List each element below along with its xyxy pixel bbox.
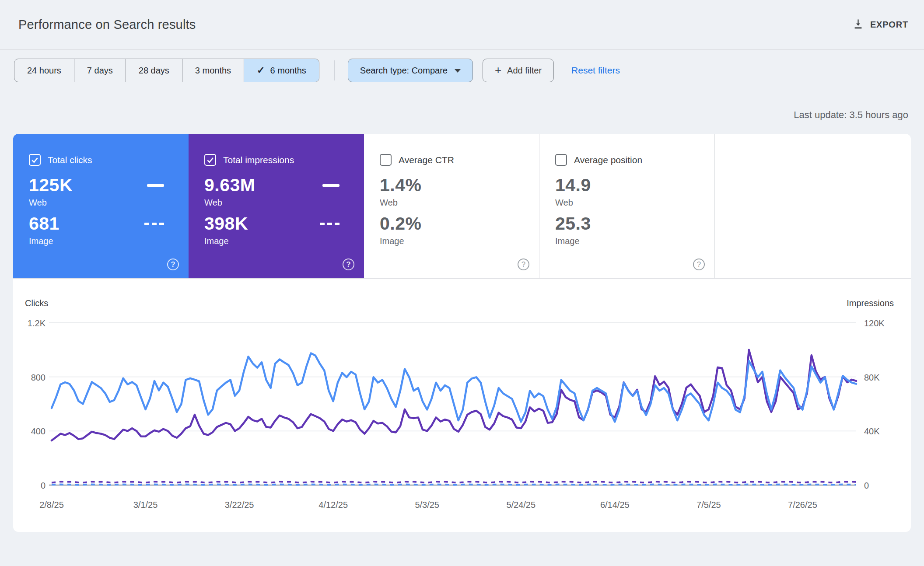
filter-divider xyxy=(334,60,335,80)
dashed-line-indicator xyxy=(320,223,340,225)
metric-unit-image: Image xyxy=(204,236,364,246)
series-web-clicks xyxy=(52,353,856,422)
metric-unit-image: Image xyxy=(380,236,539,246)
chip-label: 6 months xyxy=(270,66,306,76)
series-image-impressions xyxy=(52,482,856,482)
chip-label: 28 days xyxy=(139,66,169,76)
svg-text:40K: 40K xyxy=(864,426,880,436)
metric-value-image: 398K xyxy=(204,215,248,233)
last-update-text: Last update: 3.5 hours ago xyxy=(0,109,908,121)
metric-cards-row: Total clicks 125K Web 681 Image ? Total … xyxy=(13,134,911,279)
card-label: Average CTR xyxy=(399,155,454,165)
help-icon[interactable]: ? xyxy=(693,259,705,270)
metric-value-web: 125K xyxy=(29,176,73,194)
svg-text:7/5/25: 7/5/25 xyxy=(696,500,721,510)
svg-text:2/8/25: 2/8/25 xyxy=(39,500,64,510)
card-average-position[interactable]: Average position 14.9 Web 25.3 Image ? xyxy=(539,134,715,278)
export-label: EXPORT xyxy=(870,20,908,30)
card-total-impressions[interactable]: Total impressions 9.63M Web 398K Image ? xyxy=(189,134,364,278)
metric-value-image: 681 xyxy=(29,215,60,233)
chevron-down-icon xyxy=(455,69,461,73)
performance-chart: 0040040K80080K1.2K120KClicksImpressions2… xyxy=(13,279,911,524)
date-range-6-months[interactable]: ✓ 6 months xyxy=(244,59,319,82)
metric-unit-web: Web xyxy=(380,198,539,208)
svg-text:400: 400 xyxy=(31,426,46,436)
series-web-impressions xyxy=(52,350,856,440)
help-icon[interactable]: ? xyxy=(518,259,529,270)
date-range-24-hours[interactable]: 24 hours xyxy=(14,59,74,82)
svg-text:0: 0 xyxy=(864,481,869,490)
checkmark-icon: ✓ xyxy=(257,65,265,76)
chip-label: 3 months xyxy=(195,66,231,76)
checkbox-checked-icon[interactable] xyxy=(204,154,216,166)
card-label: Total clicks xyxy=(48,155,92,165)
solid-line-indicator xyxy=(322,184,340,187)
reset-filters-link[interactable]: Reset filters xyxy=(571,65,620,76)
svg-text:Impressions: Impressions xyxy=(847,298,894,308)
checkbox-checked-icon[interactable] xyxy=(29,154,41,166)
svg-text:5/24/25: 5/24/25 xyxy=(506,500,536,510)
metric-unit-image: Image xyxy=(555,236,714,246)
page-title: Performance on Search results xyxy=(18,17,196,32)
chip-label: 7 days xyxy=(87,66,113,76)
chart-area: 0040040K80080K1.2K120KClicksImpressions2… xyxy=(13,279,911,524)
metric-unit-web: Web xyxy=(555,198,714,208)
performance-panel: Total clicks 125K Web 681 Image ? Total … xyxy=(13,134,911,532)
svg-text:3/22/25: 3/22/25 xyxy=(225,500,254,510)
dashed-line-indicator xyxy=(144,223,164,225)
metric-value-web: 14.9 xyxy=(555,176,591,194)
metric-unit-web: Web xyxy=(204,198,364,208)
metric-value-web: 1.4% xyxy=(380,176,421,194)
card-total-clicks[interactable]: Total clicks 125K Web 681 Image ? xyxy=(13,134,189,278)
page-header: Performance on Search results EXPORT xyxy=(0,0,924,50)
checkbox-unchecked-icon[interactable] xyxy=(555,154,567,166)
metric-value-image: 0.2% xyxy=(380,215,421,233)
help-icon[interactable]: ? xyxy=(343,259,354,270)
metric-value-image: 25.3 xyxy=(555,215,591,233)
date-range-28-days[interactable]: 28 days xyxy=(126,59,182,82)
checkbox-unchecked-icon[interactable] xyxy=(380,154,392,166)
date-range-group: 24 hours 7 days 28 days 3 months ✓ 6 mon… xyxy=(14,59,319,82)
plus-icon: + xyxy=(495,63,501,77)
solid-line-indicator xyxy=(147,184,164,187)
card-average-ctr[interactable]: Average CTR 1.4% Web 0.2% Image ? xyxy=(364,134,539,278)
svg-text:800: 800 xyxy=(31,373,46,382)
download-icon xyxy=(852,18,864,32)
card-label: Total impressions xyxy=(223,155,294,165)
export-button[interactable]: EXPORT xyxy=(852,18,908,32)
filter-bar: 24 hours 7 days 28 days 3 months ✓ 6 mon… xyxy=(14,59,906,82)
add-filter-label: Add filter xyxy=(507,66,542,76)
metric-unit-web: Web xyxy=(29,198,189,208)
svg-text:Clicks: Clicks xyxy=(25,298,48,308)
svg-text:3/1/25: 3/1/25 xyxy=(133,500,158,510)
card-label: Average position xyxy=(574,155,642,165)
add-filter-chip[interactable]: + Add filter xyxy=(483,59,554,82)
date-range-7-days[interactable]: 7 days xyxy=(74,59,126,82)
help-icon[interactable]: ? xyxy=(167,259,179,270)
svg-text:7/26/25: 7/26/25 xyxy=(788,500,817,510)
metric-value-web: 9.63M xyxy=(204,176,255,194)
svg-text:80K: 80K xyxy=(864,373,880,382)
date-range-3-months[interactable]: 3 months xyxy=(182,59,244,82)
search-type-chip[interactable]: Search type: Compare xyxy=(348,59,473,82)
search-type-label: Search type: Compare xyxy=(360,66,448,76)
chip-label: 24 hours xyxy=(27,66,61,76)
svg-text:4/12/25: 4/12/25 xyxy=(318,500,348,510)
svg-text:120K: 120K xyxy=(864,318,885,328)
metric-unit-image: Image xyxy=(29,236,189,246)
svg-text:6/14/25: 6/14/25 xyxy=(600,500,630,510)
svg-text:1.2K: 1.2K xyxy=(28,318,46,328)
svg-text:0: 0 xyxy=(41,481,46,490)
svg-text:5/3/25: 5/3/25 xyxy=(415,500,439,510)
